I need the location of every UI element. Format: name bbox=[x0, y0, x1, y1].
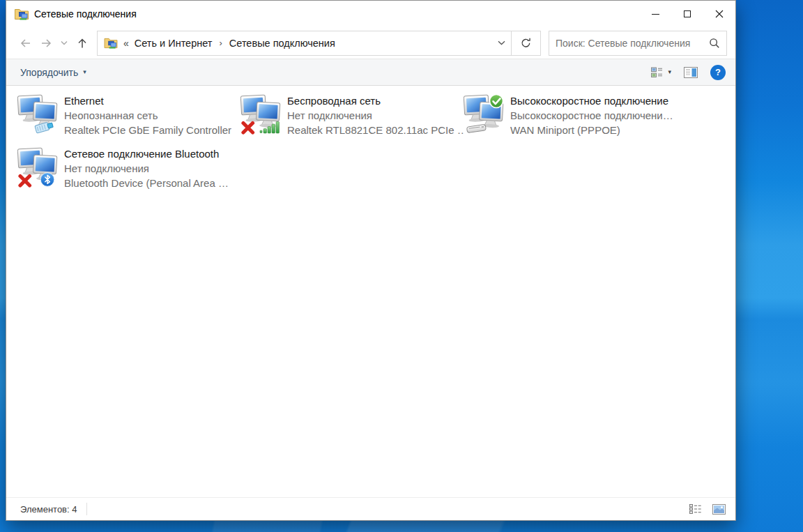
connection-text: Высокоскоростное подключение Высокоскоро… bbox=[510, 93, 673, 146]
connection-name: Ethernet bbox=[64, 93, 231, 108]
large-icons-view-icon bbox=[712, 504, 726, 515]
window-title: Сетевые подключения bbox=[34, 8, 137, 20]
network-connections-folder-icon bbox=[15, 8, 29, 20]
connection-item-ethernet[interactable]: Ethernet Неопознанная сеть Realtek PCIe … bbox=[17, 93, 240, 146]
up-arrow-icon bbox=[76, 37, 89, 50]
rj45-connector-icon bbox=[35, 121, 54, 133]
navigation-bar: « Сеть и Интернет › Сетевые подключения bbox=[6, 27, 735, 59]
connection-item-wireless[interactable]: Беспроводная сеть Нет подключения Realte… bbox=[240, 93, 464, 146]
forward-button[interactable] bbox=[36, 31, 56, 55]
status-bar: Элементов: 4 bbox=[6, 497, 735, 520]
title-bar[interactable]: Сетевые подключения bbox=[6, 1, 735, 27]
window-controls bbox=[639, 1, 735, 27]
check-badge-icon bbox=[490, 95, 503, 108]
connections-list: Ethernet Неопознанная сеть Realtek PCIe … bbox=[6, 86, 735, 497]
disabled-x-icon bbox=[243, 123, 253, 133]
up-button[interactable] bbox=[72, 31, 93, 55]
connection-name: Беспроводная сеть bbox=[287, 93, 464, 108]
breadcrumb-network-and-internet[interactable]: Сеть и Интернет bbox=[135, 38, 213, 49]
toolbar-right-group: ▾ ? bbox=[651, 65, 726, 80]
command-toolbar: Упорядочить ▾ ▾ bbox=[6, 59, 735, 86]
disabled-x-icon bbox=[20, 176, 30, 186]
connection-status: Неопознанная сеть bbox=[64, 108, 231, 123]
breadcrumb-overflow-chevron[interactable]: « bbox=[123, 38, 129, 49]
preview-pane-button[interactable] bbox=[684, 67, 698, 78]
chevron-down-icon bbox=[61, 40, 68, 45]
recent-locations-button[interactable] bbox=[56, 31, 72, 55]
connection-status: Нет подключения bbox=[64, 161, 229, 176]
connection-item-bluetooth[interactable]: Сетевое подключение Bluetooth Нет подклю… bbox=[17, 146, 240, 199]
chevron-down-icon bbox=[498, 40, 505, 45]
maximize-icon bbox=[684, 10, 691, 17]
statusbar-view-toggles bbox=[687, 501, 727, 517]
items-count: Элементов: 4 bbox=[20, 504, 77, 515]
connection-item-broadband[interactable]: Высокоскоростное подключение Высокоскоро… bbox=[464, 93, 687, 146]
address-bar[interactable]: « Сеть и Интернет › Сетевые подключения bbox=[98, 31, 511, 55]
address-dropdown-button[interactable] bbox=[498, 40, 505, 45]
status-divider bbox=[86, 503, 87, 515]
connection-device: Realtek RTL8821CE 802.11ac PCIe … bbox=[287, 123, 464, 137]
back-arrow-icon bbox=[19, 37, 32, 50]
refresh-icon bbox=[520, 37, 532, 49]
connection-text: Беспроводная сеть Нет подключения Realte… bbox=[287, 93, 464, 146]
back-button[interactable] bbox=[15, 31, 36, 55]
search-input[interactable] bbox=[556, 38, 709, 49]
large-icons-view-button[interactable] bbox=[710, 501, 727, 517]
caret-down-icon: ▾ bbox=[83, 69, 86, 75]
refresh-button[interactable] bbox=[511, 31, 540, 55]
organize-button[interactable]: Упорядочить ▾ bbox=[20, 67, 86, 78]
close-icon bbox=[715, 10, 724, 18]
connection-device: Realtek PCIe GbE Family Controller bbox=[64, 123, 231, 137]
breadcrumb-network-connections[interactable]: Сетевые подключения bbox=[229, 38, 335, 49]
help-button[interactable]: ? bbox=[710, 65, 726, 80]
view-options-icon bbox=[651, 67, 663, 78]
minimize-icon bbox=[652, 14, 659, 15]
connection-device: WAN Miniport (PPPOE) bbox=[510, 123, 673, 137]
bluetooth-adapter-icon bbox=[17, 147, 58, 188]
connection-status: Высокоскоростное подключени… bbox=[510, 108, 673, 123]
change-view-button[interactable]: ▾ bbox=[651, 67, 671, 78]
question-mark-icon: ? bbox=[715, 67, 721, 77]
details-view-button[interactable] bbox=[687, 501, 703, 517]
connection-name: Сетевое подключение Bluetooth bbox=[64, 146, 229, 161]
modem-icon bbox=[466, 124, 486, 132]
broadband-adapter-icon bbox=[464, 94, 504, 135]
wireless-adapter-icon bbox=[240, 94, 281, 135]
connection-name: Высокоскоростное подключение bbox=[510, 93, 673, 108]
address-bar-container: « Сеть и Интернет › Сетевые подключения bbox=[97, 31, 541, 56]
connection-text: Сетевое подключение Bluetooth Нет подклю… bbox=[64, 146, 229, 199]
maximize-button[interactable] bbox=[671, 1, 703, 27]
network-connections-window: Сетевые подключения bbox=[6, 0, 736, 521]
forward-arrow-icon bbox=[40, 37, 53, 50]
connection-text: Ethernet Неопознанная сеть Realtek PCIe … bbox=[64, 93, 231, 146]
details-view-icon bbox=[689, 504, 701, 514]
ethernet-adapter-icon bbox=[17, 94, 58, 135]
minimize-button[interactable] bbox=[639, 1, 671, 27]
search-icon[interactable] bbox=[709, 38, 720, 49]
connection-device: Bluetooth Device (Personal Area … bbox=[64, 176, 229, 190]
preview-pane-icon bbox=[684, 67, 698, 78]
desktop-background: Сетевые подключения bbox=[0, 0, 803, 532]
close-button[interactable] bbox=[703, 1, 735, 27]
breadcrumb-separator-icon[interactable]: › bbox=[219, 38, 222, 48]
bluetooth-badge-icon bbox=[40, 173, 54, 187]
organize-label: Упорядочить bbox=[20, 67, 78, 78]
search-box bbox=[549, 31, 727, 56]
connection-status: Нет подключения bbox=[287, 108, 464, 123]
network-connections-folder-icon bbox=[104, 37, 118, 49]
caret-down-icon: ▾ bbox=[668, 69, 671, 75]
